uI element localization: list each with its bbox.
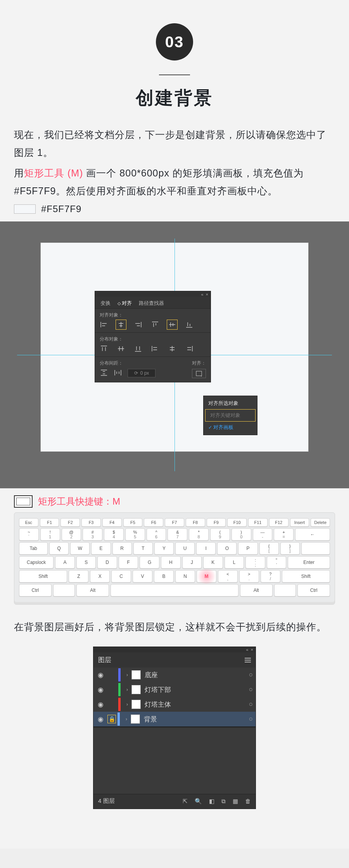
align-to-menu: 对齐所选对象 对齐关键对象 对齐画板 [203, 396, 257, 435]
align-left-icon[interactable] [100, 321, 108, 329]
shortcut-bar: 矩形工具快捷键：M [14, 495, 335, 508]
target-icon[interactable]: ○ [246, 700, 256, 708]
key: }] [280, 542, 300, 555]
panel-window-controls[interactable]: «× [93, 647, 256, 652]
dist-vcenter-icon[interactable] [117, 345, 125, 353]
key: $4 [104, 528, 124, 541]
spacing-input[interactable]: ⟳0 px [128, 369, 155, 377]
key: O [217, 542, 237, 555]
key-ctrl: Ctrl [19, 584, 52, 597]
panel-menu-icon[interactable] [245, 658, 251, 662]
key-backspace: ← [295, 528, 330, 541]
group-align-objects: 对齐对象： [100, 312, 206, 318]
key: F [119, 556, 138, 569]
layer-color [118, 668, 121, 681]
visibility-icon[interactable]: ◉ [93, 715, 107, 723]
layer-color [117, 712, 120, 726]
align-to-button[interactable] [192, 369, 206, 378]
lock-icon[interactable]: 🔒 [107, 715, 116, 723]
key: %5 [125, 528, 145, 541]
key-fn: F5 [123, 518, 143, 527]
align-bottom-icon[interactable] [185, 321, 194, 329]
menu-align-selection[interactable]: 对齐所选对象 [204, 398, 257, 409]
key-fn: F6 [144, 518, 163, 527]
key: I [196, 542, 216, 555]
target-icon[interactable]: ○ [246, 715, 256, 723]
visibility-icon[interactable]: ◉ [93, 686, 107, 694]
locate-icon[interactable]: ⇱ [183, 798, 188, 805]
expand-icon[interactable]: › [123, 672, 131, 678]
align-hcenter-icon[interactable] [117, 321, 125, 329]
key-alt: Alt [76, 584, 109, 597]
new-layer-icon[interactable]: ▦ [233, 798, 238, 805]
key-fn: F7 [165, 518, 184, 527]
tab-transform[interactable]: 变换 [99, 299, 112, 308]
search-icon[interactable]: 🔍 [195, 798, 202, 805]
layer-thumb [131, 670, 141, 680]
dist-space-v-icon[interactable] [100, 369, 108, 377]
key: K [203, 556, 223, 569]
menu-align-artboard[interactable]: 对齐画板 [204, 422, 257, 433]
key: {[ [259, 542, 279, 555]
key-fn: Insert [290, 518, 309, 527]
key-fn: F11 [248, 518, 268, 527]
artboard-figure: «× 变换 对齐 路径查找器 对齐对象： [0, 221, 349, 488]
target-icon[interactable]: ○ [246, 686, 256, 693]
layer-row[interactable]: ◉ › 灯塔主体 ○ [93, 697, 256, 712]
key: #3 [83, 528, 102, 541]
align-right-icon[interactable] [134, 321, 142, 329]
key-fn: F9 [207, 518, 226, 527]
trash-icon[interactable]: 🗑 [245, 798, 251, 805]
key-fn: F8 [186, 518, 205, 527]
key: !1 [40, 528, 60, 541]
key: D [97, 556, 117, 569]
dist-space-h-icon[interactable] [114, 369, 122, 377]
target-icon[interactable]: ○ [246, 671, 256, 679]
key-fn: Delete [311, 518, 330, 527]
layer-name: 背景 [144, 715, 246, 724]
layer-row[interactable]: ◉ › 灯塔下部 ○ [93, 682, 256, 697]
expand-icon[interactable]: › [123, 687, 131, 692]
layers-panel[interactable]: «× 图层 ◉ › 底座 ○ ◉ › 灯塔下部 ○ ◉ › 灯塔主体 ○ ◉ 🔒… [93, 647, 256, 809]
layer-row[interactable]: ◉ › 底座 ○ [93, 667, 256, 682]
align-panel[interactable]: «× 变换 对齐 路径查找器 对齐对象： [95, 291, 211, 382]
visibility-icon[interactable]: ◉ [93, 700, 107, 709]
divider [159, 74, 190, 75]
dist-top-icon[interactable] [100, 345, 108, 353]
key: :; [245, 556, 265, 569]
key: *8 [189, 528, 209, 541]
key-capslock: Capslock [19, 556, 54, 569]
swatch-row: #F5F7F9 [14, 204, 335, 214]
new-sublayer-icon[interactable]: ⧉ [221, 798, 226, 805]
visibility-icon[interactable]: ◉ [93, 671, 107, 679]
section-header: 03 创建背景 [0, 0, 349, 110]
align-vcenter-icon[interactable] [168, 321, 176, 329]
dist-left-icon[interactable] [151, 345, 159, 353]
panel-window-controls[interactable]: «× [95, 291, 211, 297]
color-swatch [14, 204, 36, 214]
dist-bottom-icon[interactable] [134, 345, 142, 353]
tab-pathfinder[interactable]: 路径查找器 [137, 299, 166, 308]
intro-paragraph-1: 现在，我们已经将文档分层，下一步是创建背景，所以请确保您选中了图层 1。 [14, 126, 335, 162]
layer-count: 4 图层 [98, 797, 115, 805]
tab-align[interactable]: 对齐 [116, 299, 133, 308]
key-fn: F10 [227, 518, 247, 527]
clip-mask-icon[interactable]: ◧ [209, 798, 214, 805]
tool-name: 矩形工具 (M) [24, 168, 86, 178]
align-top-icon[interactable] [151, 321, 159, 329]
dist-right-icon[interactable] [185, 345, 194, 353]
key-fn: F2 [60, 518, 80, 527]
key: Y [154, 542, 174, 555]
key: G [140, 556, 159, 569]
layers-tab[interactable]: 图层 [98, 655, 111, 664]
key: ^6 [147, 528, 166, 541]
key: C [111, 570, 131, 583]
expand-icon[interactable]: › [123, 702, 131, 707]
layer-row[interactable]: ◉ 🔒 › 背景 ○ [93, 712, 256, 726]
key [301, 542, 330, 555]
dist-hcenter-icon[interactable] [168, 345, 176, 353]
key [53, 584, 75, 597]
expand-icon[interactable]: › [122, 716, 131, 722]
key: V [133, 570, 152, 583]
key: (9 [210, 528, 230, 541]
